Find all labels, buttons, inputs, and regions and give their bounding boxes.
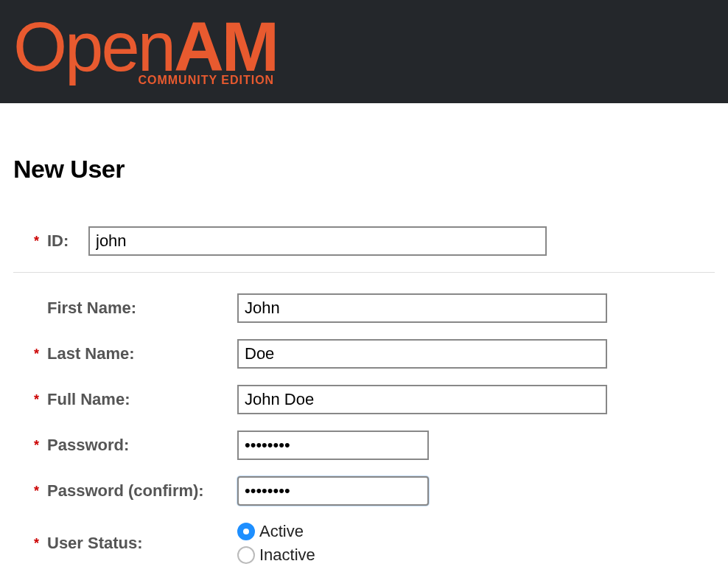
- password-label: Password:: [47, 436, 237, 455]
- password-confirm-input[interactable]: [237, 476, 429, 506]
- main-content: New User * ID: First Name: * Last Name: …: [0, 103, 728, 575]
- id-label: ID:: [47, 231, 88, 251]
- radio-active[interactable]: [237, 523, 255, 540]
- app-header: OpenAM COMMUNITY EDITION: [0, 0, 728, 103]
- required-icon: *: [34, 392, 44, 408]
- logo-prefix: Open: [13, 16, 174, 79]
- password-input[interactable]: [237, 431, 429, 460]
- required-icon: *: [34, 234, 44, 249]
- radio-item-inactive: Inactive: [237, 546, 315, 565]
- radio-active-label: Active: [259, 522, 304, 541]
- page-title: New User: [13, 155, 715, 184]
- logo-subtitle: COMMUNITY EDITION: [138, 74, 274, 87]
- divider: [13, 272, 715, 273]
- field-row-user-status: * User Status: Active Inactive: [13, 522, 715, 565]
- first-name-input[interactable]: [237, 293, 607, 323]
- radio-inactive[interactable]: [237, 546, 255, 564]
- logo: OpenAM COMMUNITY EDITION: [13, 16, 277, 88]
- required-icon: *: [34, 484, 44, 499]
- radio-item-active: Active: [237, 522, 315, 541]
- required-icon: *: [34, 438, 44, 453]
- password-confirm-label: Password (confirm):: [47, 481, 237, 501]
- id-input[interactable]: [88, 226, 547, 256]
- field-row-password-confirm: * Password (confirm):: [13, 476, 715, 506]
- field-row-last-name: * Last Name:: [13, 339, 715, 369]
- required-icon: *: [34, 536, 44, 551]
- last-name-label: Last Name:: [47, 344, 237, 363]
- radio-inactive-label: Inactive: [259, 546, 315, 565]
- user-status-radio-group: Active Inactive: [237, 522, 315, 565]
- field-row-id: * ID:: [13, 226, 715, 256]
- user-status-label: User Status:: [47, 534, 237, 553]
- required-icon: *: [34, 346, 44, 362]
- field-row-first-name: First Name:: [13, 293, 715, 323]
- first-name-label: First Name:: [47, 299, 237, 318]
- full-name-input[interactable]: [237, 385, 607, 414]
- field-row-full-name: * Full Name:: [13, 385, 715, 414]
- field-row-password: * Password:: [13, 431, 715, 460]
- logo-suffix: AM: [174, 16, 277, 79]
- full-name-label: Full Name:: [47, 390, 237, 409]
- last-name-input[interactable]: [237, 339, 607, 369]
